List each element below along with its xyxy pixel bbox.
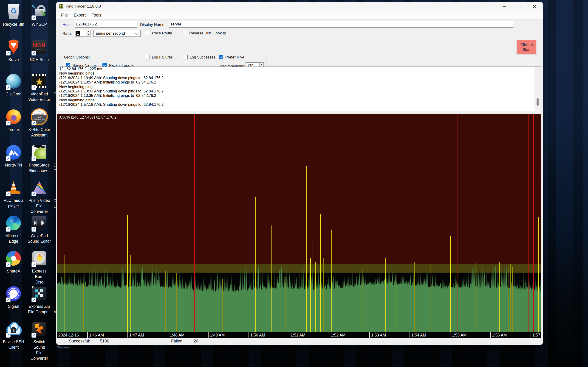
prism-icon [27, 179, 51, 196]
log-line: (12/16/2024 1:13:33 AM): Shutting down p… [58, 89, 541, 93]
shortcut-arrow-icon [32, 262, 36, 267]
icon-label: PhotoStageSlideshow... [27, 162, 51, 173]
desktop-icon-bitvise-ssh[interactable]: Bitvise SSHClient [2, 321, 26, 350]
control-panel: Host: Display Name: Click to Start Rate:… [56, 19, 543, 67]
log-line: (12/16/2024 1:13:35 AM): Initializing pi… [58, 93, 541, 98]
wavepad-icon [27, 215, 51, 231]
icon-label: VideoPadVideo Editor [27, 91, 51, 102]
log-output[interactable]: 12 | 62.84.176.2 | 225 msNow beginning p… [58, 67, 541, 111]
successful-label: Successful: [69, 339, 90, 344]
videopad-icon [27, 73, 51, 90]
desktop-icon-microsoft-edge[interactable]: MicrosoftEdge [2, 215, 26, 244]
icon-label: ShareX [2, 268, 26, 274]
menu-bar: FileExportTools [56, 11, 543, 19]
reverse-dns-checkbox[interactable]: Reverse DNS Lookup [183, 31, 226, 35]
desktop-icon-nch-suite[interactable]: NCHSoftwareNCH Suite [27, 39, 51, 62]
icon-label: VLC mediaplayer [2, 198, 26, 209]
desktop-icon-sharex[interactable]: ShareX [2, 250, 26, 274]
icon-label: Prism VideoFile Converter [27, 198, 51, 214]
switch-sound-icon [27, 321, 51, 337]
desktop-icon-brave[interactable]: Brave [2, 39, 26, 62]
time-axis-tick: 1:46 AM [87, 332, 104, 338]
time-axis-tick: 1:48 AM [168, 332, 184, 338]
icon-label: Recycle Bin [2, 22, 26, 27]
checkbox-label: Prefer IPv4 [225, 55, 244, 59]
title-bar[interactable]: Ping Tracer 1.18.0.0 [56, 2, 543, 11]
time-axis-tick: 1:55 AM [450, 332, 467, 338]
ping-tracer-window: Ping Tracer 1.18.0.0 FileExportTools Hos… [56, 2, 543, 345]
desktop-icon-nordvpn[interactable]: NordVPN [2, 144, 26, 168]
host-input[interactable] [75, 21, 137, 27]
date-label: 2024-12-16 [58, 332, 79, 338]
desktop-icon-signal[interactable]: Signal [2, 285, 26, 309]
desktop-icon-recycle-bin[interactable]: Recycle Bin [2, 3, 26, 27]
desktop-icon-express-zip[interactable]: Express ZipFile Compr... [27, 285, 51, 315]
checkbox-label: Trace Route [151, 31, 172, 35]
rate-input[interactable]: 1 [75, 30, 86, 37]
menu-item-file[interactable]: File [58, 11, 71, 19]
rate-label: Rate: [62, 31, 72, 36]
icon-label: Switch SoundFile Converter [27, 339, 51, 361]
hidden-icon-label-fragment: A [53, 310, 56, 315]
ping-graph[interactable]: 0.36% [145,127,487] 62.84.176.2 2024-12-… [57, 114, 541, 338]
checkbox-box [183, 55, 188, 59]
display-name-input[interactable] [169, 21, 513, 27]
desktop-icon-xrite[interactable]: x-ritePANTONE®COLORCALIBRATIONX-Rite Col… [27, 108, 51, 138]
spin-down-icon[interactable] [86, 33, 90, 37]
log-scrollbar[interactable] [535, 67, 541, 110]
maximize-icon[interactable] [512, 2, 527, 11]
log-successes-checkbox[interactable]: Log Successes [182, 55, 217, 59]
checkbox-box [145, 31, 149, 35]
log-line: 12 | 62.84.176.2 | 225 ms [58, 67, 541, 71]
failed-value: 20 [194, 339, 198, 344]
trace-route-checkbox[interactable]: Trace Route [145, 31, 172, 35]
clipgrab-icon [2, 73, 26, 90]
minimize-icon[interactable] [497, 2, 511, 11]
ping-graph-canvas[interactable] [57, 114, 541, 332]
scrollbar-thumb[interactable] [536, 98, 539, 106]
start-button[interactable]: Click to Start [516, 40, 537, 55]
desktop-icon-winscp[interactable]: WinSCP [27, 3, 51, 27]
spin-up-icon[interactable] [86, 30, 90, 33]
desktop-icon-firefox[interactable]: Firefox [2, 108, 26, 132]
icon-label: X-Rite ColorAssistant [27, 127, 51, 138]
desktop-icon-switch-sound[interactable]: Switch SoundFile Converter [27, 321, 51, 361]
desktop-icon-photostage[interactable]: PhotoStageSlideshow... [27, 144, 51, 173]
spin-up-icon[interactable] [259, 63, 263, 66]
successful-value: 5106 [100, 339, 109, 344]
time-axis-tick: 1:54 AM [409, 332, 426, 338]
desktop-icon-express-burn[interactable]: Express BurnDisc Burnin... [27, 250, 51, 290]
shortcut-arrow-icon [32, 85, 36, 90]
icon-label: NCH Suite [27, 57, 51, 62]
window-title: Ping Tracer 1.18.0.0 [66, 2, 101, 11]
time-axis-tick: 1:53 AM [369, 332, 386, 338]
xrite-icon: x-ritePANTONE®COLORCALIBRATION [27, 108, 51, 125]
rate-unit-select[interactable]: pings per second [94, 30, 141, 37]
desktop-icon-wavepad[interactable]: WavePadSound Editor [27, 215, 51, 244]
log-failures-checkbox[interactable]: Log Failures [144, 55, 174, 59]
shortcut-arrow-icon [6, 192, 10, 196]
desktop-icon-clipgrab[interactable]: ClipGrab [2, 73, 26, 97]
desktop-icon-vlc[interactable]: VLC mediaplayer [2, 179, 26, 209]
time-axis-tick: 1:47 AM [128, 332, 144, 338]
recycle-bin-icon [2, 3, 26, 20]
menu-item-tools[interactable]: Tools [89, 11, 104, 19]
desktop-icon-prism[interactable]: Prism VideoFile Converter [27, 179, 51, 214]
log-line: Now beginning pings [58, 85, 541, 89]
winscp-icon [27, 3, 51, 20]
desktop-icon-videopad[interactable]: VideoPadVideo Editor [27, 73, 51, 102]
hidden-icon-label-fragment: D [53, 163, 57, 168]
close-icon[interactable] [527, 2, 542, 11]
time-axis-tick: 1:49 AM [208, 332, 225, 338]
shortcut-arrow-icon [6, 121, 10, 125]
menu-item-export[interactable]: Export [71, 11, 89, 19]
checkbox-label: Log Successes [190, 55, 216, 59]
shortcut-arrow-icon [32, 192, 36, 196]
graph-stats-header: 0.36% [145,127,487] 62.84.176.2 [59, 115, 116, 120]
time-axis-tick: 1:50 AM [249, 332, 265, 338]
bitvise-ssh-icon [2, 321, 26, 337]
express-zip-icon [27, 285, 51, 302]
shortcut-arrow-icon [32, 15, 36, 20]
rate-stepper[interactable] [86, 30, 90, 37]
prefer-ipv4-checkbox[interactable]: Prefer IPv4 [217, 55, 246, 59]
